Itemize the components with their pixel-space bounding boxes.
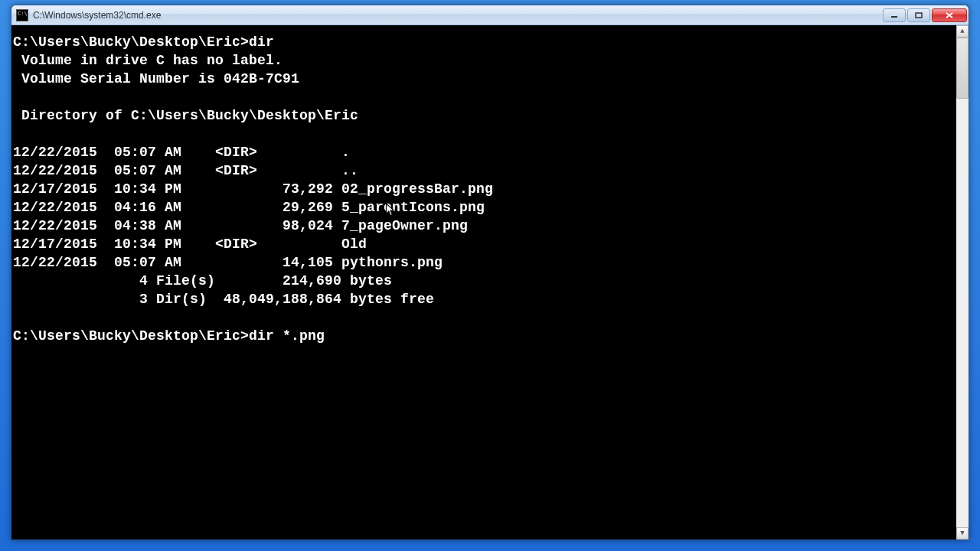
prompt: C:\Users\Bucky\Desktop\Eric> bbox=[13, 34, 249, 50]
cmd-window: C:\Windows\system32\cmd.exe C:\Users\Buc… bbox=[11, 5, 969, 540]
titlebar[interactable]: C:\Windows\system32\cmd.exe bbox=[11, 5, 969, 25]
prompt: C:\Users\Bucky\Desktop\Eric> bbox=[13, 328, 249, 344]
dir-entry: 12/22/2015 04:16 AM 29,269 5_parentIcons… bbox=[13, 200, 485, 215]
minimize-button[interactable] bbox=[883, 8, 906, 22]
command-text: dir *.png bbox=[249, 328, 325, 344]
console-output[interactable]: C:\Users\Bucky\Desktop\Eric>dir Volume i… bbox=[11, 25, 956, 540]
dir-entry: 12/17/2015 10:34 PM 73,292 02_progressBa… bbox=[13, 181, 493, 197]
cmd-icon bbox=[16, 9, 28, 21]
scroll-track[interactable] bbox=[956, 37, 969, 527]
dir-entry: 12/22/2015 05:07 AM 14,105 pythonrs.png bbox=[13, 255, 443, 270]
summary-line: 3 Dir(s) 48,049,188,864 bytes free bbox=[13, 292, 434, 307]
scroll-thumb[interactable] bbox=[956, 37, 969, 99]
window-title: C:\Windows\system32\cmd.exe bbox=[33, 10, 881, 21]
scroll-down-button[interactable]: ▼ bbox=[956, 527, 969, 540]
console-area: C:\Users\Bucky\Desktop\Eric>dir Volume i… bbox=[11, 25, 969, 540]
close-button[interactable] bbox=[932, 8, 967, 22]
minimize-icon bbox=[890, 12, 898, 18]
svg-rect-0 bbox=[891, 16, 897, 18]
maximize-icon bbox=[915, 12, 923, 18]
vertical-scrollbar[interactable]: ▲ ▼ bbox=[956, 25, 969, 540]
close-icon bbox=[945, 11, 954, 19]
svg-rect-1 bbox=[916, 13, 922, 18]
output-line: Volume Serial Number is 042B-7C91 bbox=[13, 71, 299, 86]
dir-entry: 12/22/2015 05:07 AM <DIR> . bbox=[13, 145, 350, 160]
window-controls bbox=[881, 8, 967, 22]
output-line: Directory of C:\Users\Bucky\Desktop\Eric bbox=[13, 108, 358, 123]
output-line: Volume in drive C has no label. bbox=[13, 53, 283, 68]
command-text: dir bbox=[249, 34, 274, 50]
summary-line: 4 File(s) 214,690 bytes bbox=[13, 273, 392, 289]
scroll-up-button[interactable]: ▲ bbox=[956, 25, 969, 37]
maximize-button[interactable] bbox=[907, 8, 930, 22]
dir-entry: 12/22/2015 04:38 AM 98,024 7_pageOwner.p… bbox=[13, 218, 468, 233]
dir-entry: 12/22/2015 05:07 AM <DIR> .. bbox=[13, 163, 358, 178]
dir-entry: 12/17/2015 10:34 PM <DIR> Old bbox=[13, 236, 367, 252]
